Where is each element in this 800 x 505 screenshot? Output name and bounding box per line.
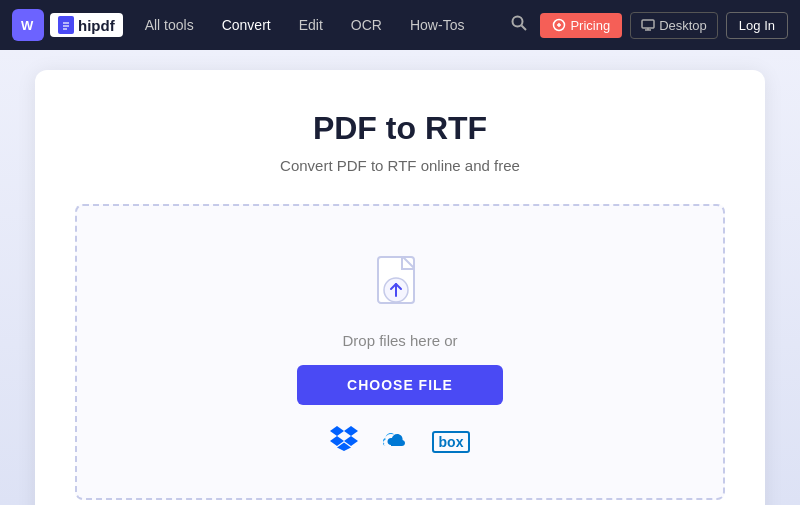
logo-area: W hipdf — [12, 9, 123, 41]
nav-ocr[interactable]: OCR — [339, 11, 394, 39]
wondershare-logo[interactable]: W — [12, 9, 44, 41]
upload-icon — [374, 256, 426, 316]
search-icon[interactable] — [506, 10, 532, 40]
svg-point-5 — [513, 17, 523, 27]
page-title: PDF to RTF — [75, 110, 725, 147]
hipdf-logo-icon — [58, 16, 74, 34]
nav-edit[interactable]: Edit — [287, 11, 335, 39]
drop-text: Drop files here or — [342, 332, 457, 349]
nav-all-tools[interactable]: All tools — [133, 11, 206, 39]
desktop-icon — [641, 18, 655, 32]
hipdf-brand-text: hipdf — [78, 17, 115, 34]
cloud-icons: box — [330, 425, 471, 458]
choose-file-button[interactable]: CHOOSE FILE — [297, 365, 503, 405]
dropbox-icon[interactable] — [330, 425, 358, 458]
pricing-icon — [552, 18, 566, 32]
hipdf-logo[interactable]: hipdf — [50, 13, 123, 37]
svg-text:W: W — [21, 18, 34, 33]
nav-links: All tools Convert Edit OCR How-Tos — [133, 11, 507, 39]
nav-convert[interactable]: Convert — [210, 11, 283, 39]
pricing-button[interactable]: Pricing — [540, 13, 622, 38]
box-icon[interactable]: box — [432, 431, 471, 453]
navbar: W hipdf All tools Convert Edit OCR How-T… — [0, 0, 800, 50]
svg-line-6 — [522, 26, 527, 31]
login-button[interactable]: Log In — [726, 12, 788, 39]
page-subtitle: Convert PDF to RTF online and free — [75, 157, 725, 174]
onedrive-icon[interactable] — [378, 428, 412, 456]
nav-right: Pricing Desktop Log In — [506, 10, 788, 40]
drop-zone[interactable]: Drop files here or CHOOSE FILE — [75, 204, 725, 500]
desktop-button[interactable]: Desktop — [630, 12, 718, 39]
nav-howtos[interactable]: How-Tos — [398, 11, 476, 39]
svg-rect-8 — [642, 20, 654, 28]
main-card: PDF to RTF Convert PDF to RTF online and… — [35, 70, 765, 505]
background-area: PDF to RTF Convert PDF to RTF online and… — [0, 50, 800, 505]
